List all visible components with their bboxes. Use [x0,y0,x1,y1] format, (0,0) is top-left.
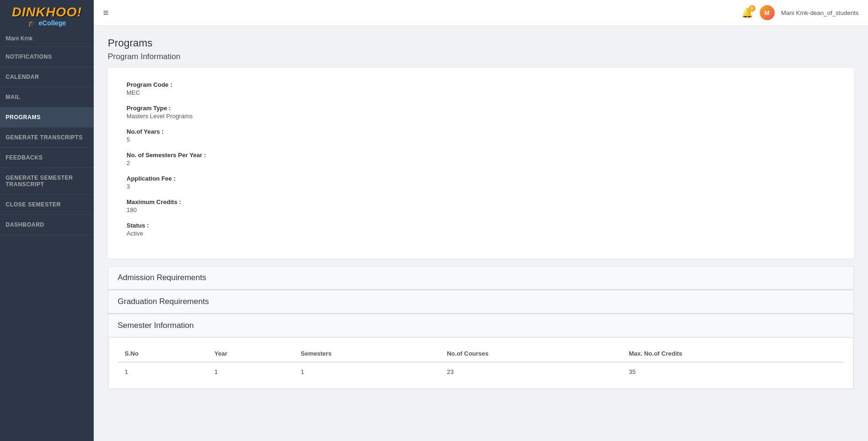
sidebar-item-calendar[interactable]: CALENDAR [0,67,94,87]
graduation-requirements-section: Graduation Requirements [108,290,854,314]
program-status-label: Status : [127,222,835,229]
program-max-credits-value: 180 [127,206,835,213]
sidebar-logo: DINKHOO! 🎓 eCollege [0,0,94,31]
semester-table: S.No Year Semesters No.of Courses Max. N… [118,345,844,381]
notification-badge: 0 [749,5,756,12]
semester-table-container: S.No Year Semesters No.of Courses Max. N… [108,337,853,389]
graduation-hat-icon: 🎓 [28,19,36,27]
logo-ecollege: 🎓 eCollege [5,19,89,27]
program-fee-row: Application Fee : 3 [127,175,835,190]
program-code-row: Program Code : MEC [127,81,835,96]
cell-max-credits: 35 [622,362,844,381]
program-years-row: No.of Years : 5 [127,128,835,143]
program-status-value: Active [127,230,835,237]
program-code-label: Program Code : [127,81,835,88]
sidebar-item-dashboard[interactable]: Dashboard [0,215,94,235]
program-info-card: Program Code : MEC Program Type : Master… [108,68,854,259]
semester-information-header[interactable]: Semester Information [108,314,853,337]
program-semesters-value: 2 [127,160,835,167]
program-type-row: Program Type : Masters Level Programs [127,105,835,120]
program-info-section-title: Program Information [108,52,854,61]
notification-bell[interactable]: 🔔 0 [741,7,753,18]
topbar: ≡ 🔔 0 M Mani Kmk-dean_of_students [94,0,868,26]
sidebar-item-close-semester[interactable]: CLOSE SEMESTER [0,195,94,215]
ecollege-label: eCollege [39,19,66,27]
col-sno: S.No [118,345,208,362]
main-content: ≡ 🔔 0 M Mani Kmk-dean_of_students Progra… [94,0,868,441]
cell-semesters: 1 [294,362,441,381]
table-header-row: S.No Year Semesters No.of Courses Max. N… [118,345,844,362]
content-area: Programs Program Information Program Cod… [94,26,868,401]
col-courses: No.of Courses [440,345,622,362]
topbar-right: 🔔 0 M Mani Kmk-dean_of_students [741,5,859,20]
cell-sno: 1 [118,362,208,381]
page-title: Programs [108,37,854,49]
sidebar-item-mail[interactable]: MAIL [0,87,94,107]
program-years-value: 5 [127,136,835,143]
sidebar-item-feedbacks[interactable]: FEEDBACKS [0,148,94,168]
admission-requirements-header[interactable]: Admission Requirements [108,266,853,289]
sidebar: DINKHOO! 🎓 eCollege Mani Kmk NOTIFICATIO… [0,0,94,441]
program-max-credits-row: Maximum Credits : 180 [127,198,835,213]
cell-year: 1 [208,362,294,381]
cell-courses: 23 [440,362,622,381]
program-years-label: No.of Years : [127,128,835,135]
program-code-value: MEC [127,89,835,96]
avatar: M [760,5,775,20]
program-status-row: Status : Active [127,222,835,237]
col-max-credits: Max. No.of Credits [622,345,844,362]
semester-table-body: 1 1 1 23 35 [118,362,844,381]
col-year: Year [208,345,294,362]
semester-information-section: Semester Information S.No Year Semesters… [108,314,854,389]
table-row: 1 1 1 23 35 [118,362,844,381]
sidebar-item-generate-transcripts[interactable]: GENERATE TRANSCRIPTS [0,128,94,148]
logo-dinkhoo: DINKHOO! [5,6,89,19]
col-semesters: Semesters [294,345,441,362]
graduation-requirements-header[interactable]: Graduation Requirements [108,290,853,313]
program-max-credits-label: Maximum Credits : [127,198,835,205]
sidebar-nav: NOTIFICATIONS CALENDAR MAIL PROGRAMS GEN… [0,47,94,441]
hamburger-icon[interactable]: ≡ [103,8,109,18]
sidebar-item-generate-semester-transcript[interactable]: GENERATE SEMESTER TRANSCRIPT [0,168,94,195]
sidebar-item-programs[interactable]: PROGRAMS [0,107,94,128]
program-type-label: Program Type : [127,105,835,112]
program-semesters-row: No. of Semesters Per Year : 2 [127,152,835,167]
topbar-username: Mani Kmk-dean_of_students [781,9,859,16]
program-fee-value: 3 [127,183,835,190]
program-fee-label: Application Fee : [127,175,835,182]
program-semesters-label: No. of Semesters Per Year : [127,152,835,159]
program-type-value: Masters Level Programs [127,113,835,120]
admission-requirements-section: Admission Requirements [108,266,854,290]
sidebar-item-notifications[interactable]: NOTIFICATIONS [0,47,94,67]
sidebar-user-name: Mani Kmk [0,31,94,47]
